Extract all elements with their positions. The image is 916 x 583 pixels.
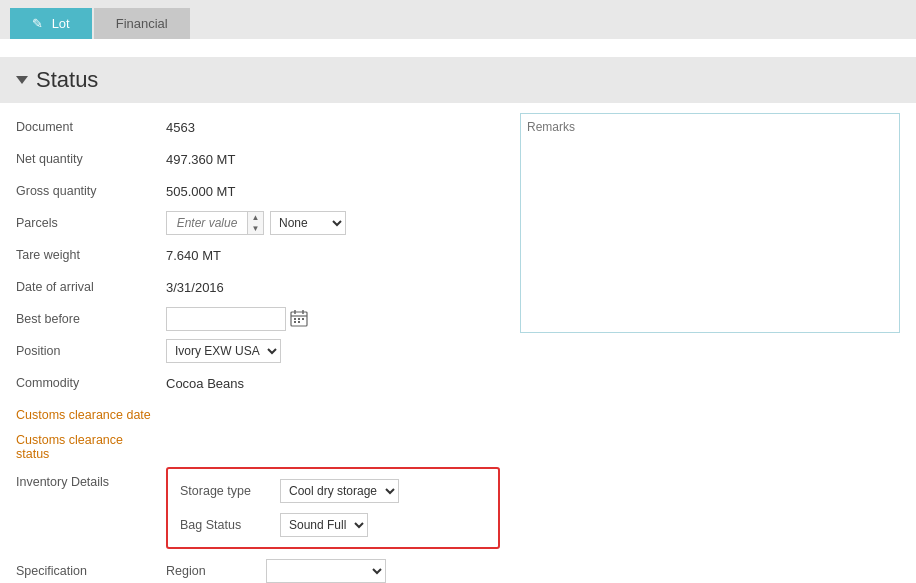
- field-position: Position Ivory EXW USA Other: [16, 337, 500, 365]
- field-document: Document 4563: [16, 113, 500, 141]
- field-gross-quantity: Gross quantity 505.000 MT: [16, 177, 500, 205]
- chevron-down-icon[interactable]: [16, 76, 28, 84]
- field-date-of-arrival: Date of arrival 3/31/2016: [16, 273, 500, 301]
- position-select[interactable]: Ivory EXW USA Other: [166, 339, 281, 363]
- document-label: Document: [16, 120, 166, 134]
- storage-type-label: Storage type: [180, 484, 280, 498]
- net-quantity-value: 497.360 MT: [166, 152, 235, 167]
- svg-rect-4: [294, 318, 296, 320]
- section-header: Status: [0, 57, 916, 103]
- region-label: Region: [166, 564, 266, 578]
- customs-date-label: Customs clearance date: [16, 408, 166, 422]
- form-area: Document 4563 Net quantity 497.360 MT Gr…: [0, 113, 916, 583]
- tab-financial-label: Financial: [116, 16, 168, 31]
- gross-quantity-label: Gross quantity: [16, 184, 166, 198]
- spinbox-up[interactable]: ▲: [248, 212, 263, 223]
- tare-weight-value: 7.640 MT: [166, 248, 221, 263]
- bag-status-label: Bag Status: [180, 518, 280, 532]
- storage-type-select[interactable]: Cool dry storage Ambient Refrigerated: [280, 479, 399, 503]
- inventory-wrapper: Inventory Details Storage type Cool dry …: [16, 465, 500, 553]
- form-right: [520, 113, 900, 583]
- svg-rect-5: [298, 318, 300, 320]
- field-commodity: Commodity Cocoa Beans: [16, 369, 500, 397]
- position-label: Position: [16, 344, 166, 358]
- inventory-box: Storage type Cool dry storage Ambient Re…: [166, 467, 500, 549]
- section-title: Status: [36, 67, 98, 93]
- bag-status-select[interactable]: Sound Full Torn Mixed: [280, 513, 368, 537]
- customs-status-label: Customs clearance status: [16, 433, 166, 461]
- tare-weight-label: Tare weight: [16, 248, 166, 262]
- form-left: Document 4563 Net quantity 497.360 MT Gr…: [16, 113, 500, 583]
- date-of-arrival-label: Date of arrival: [16, 280, 166, 294]
- commodity-value: Cocoa Beans: [166, 376, 244, 391]
- tab-lot[interactable]: ✎ Lot: [10, 8, 92, 39]
- net-quantity-label: Net quantity: [16, 152, 166, 166]
- field-tare-weight: Tare weight 7.640 MT: [16, 241, 500, 269]
- calendar-button[interactable]: [286, 309, 312, 330]
- svg-rect-6: [302, 318, 304, 320]
- region-select[interactable]: West Africa South America: [266, 559, 386, 583]
- date-of-arrival-value: 3/31/2016: [166, 280, 224, 295]
- field-best-before: Best before: [16, 305, 500, 333]
- gross-quantity-value: 505.000 MT: [166, 184, 235, 199]
- inventory-details-label: Inventory Details: [16, 465, 166, 489]
- remarks-textarea[interactable]: [520, 113, 900, 333]
- svg-rect-8: [298, 321, 300, 323]
- parcels-label: Parcels: [16, 216, 166, 230]
- spinbox-arrows: ▲ ▼: [247, 212, 263, 234]
- specification-label: Specification: [16, 564, 166, 578]
- commodity-label: Commodity: [16, 376, 166, 390]
- field-net-quantity: Net quantity 497.360 MT: [16, 145, 500, 173]
- document-value: 4563: [166, 120, 195, 135]
- parcels-select[interactable]: None Option 1 Option 2: [270, 211, 346, 235]
- tab-financial[interactable]: Financial: [94, 8, 190, 39]
- field-specification: Specification Region West Africa South A…: [16, 557, 500, 583]
- svg-rect-7: [294, 321, 296, 323]
- best-before-label: Best before: [16, 312, 166, 326]
- field-customs-status: Customs clearance status: [16, 433, 500, 461]
- edit-icon: ✎: [32, 16, 43, 31]
- inventory-bag-row: Bag Status Sound Full Torn Mixed: [180, 511, 486, 539]
- parcels-input[interactable]: [167, 212, 247, 234]
- tab-lot-label: Lot: [52, 16, 70, 31]
- spinbox-down[interactable]: ▼: [248, 223, 263, 234]
- tabs-bar: ✎ Lot Financial: [0, 0, 916, 39]
- field-parcels: Parcels ▲ ▼ None Option 1 Option 2: [16, 209, 500, 237]
- calendar-icon: [290, 309, 308, 327]
- field-customs-date: Customs clearance date: [16, 401, 500, 429]
- inventory-details-content: Storage type Cool dry storage Ambient Re…: [166, 465, 500, 553]
- parcels-spinbox[interactable]: ▲ ▼: [166, 211, 264, 235]
- inventory-storage-row: Storage type Cool dry storage Ambient Re…: [180, 477, 486, 505]
- best-before-input[interactable]: [166, 307, 286, 331]
